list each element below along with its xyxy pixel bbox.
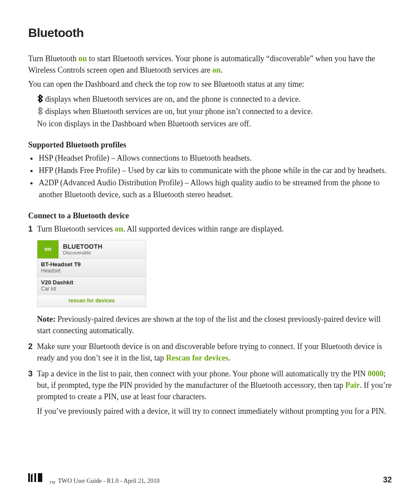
connect-steps: 1 Turn Bluetooth services on. All suppor… <box>28 223 392 419</box>
bluetooth-connected-icon <box>37 94 43 106</box>
device-row[interactable]: BT-Headset T9 Headset <box>37 259 146 277</box>
device-row[interactable]: V20 Dashkit Car kit <box>37 277 146 295</box>
step-2: 2 Make sure your Bluetooth device is on … <box>28 341 392 366</box>
kin-logo-icon <box>28 472 46 486</box>
pair-keyword: Pair <box>345 381 360 390</box>
note-label: Note: <box>37 315 55 324</box>
rescan-button[interactable]: rescan for devices <box>37 295 146 307</box>
connect-heading: Connect to a Bluetooth device <box>28 210 392 221</box>
on-keyword: on <box>115 224 123 233</box>
panel-subtitle: Discoverable <box>63 250 103 256</box>
text: Turn Bluetooth <box>28 54 78 63</box>
intro-para-1: Turn Bluetooth on to start Bluetooth ser… <box>28 53 392 76</box>
step-number: 3 <box>28 368 37 419</box>
profile-item: HFP (Hands Free Profile) – Used by car k… <box>38 165 392 176</box>
step-3: 3 Tap a device in the list to pair, then… <box>28 368 392 419</box>
footer-text: TWO User Guide - R1.0 - April 21, 2010 <box>58 477 160 486</box>
rescan-keyword: Rescan for devices <box>166 353 228 362</box>
status-line-connected: displays when Bluetooth services are on,… <box>37 93 392 106</box>
profiles-list: HSP (Headset Profile) – Allows connectio… <box>38 152 392 200</box>
bluetooth-on-icon <box>37 107 43 118</box>
status-line-off: No icon displays in the Dashboard when B… <box>37 118 392 129</box>
text: Tap a device in the list to pair, then c… <box>37 369 368 378</box>
text: displays when Bluetooth services are on,… <box>45 107 313 116</box>
text: . <box>221 66 223 74</box>
bluetooth-toggle-on[interactable]: on <box>37 240 59 258</box>
on-keyword: on <box>212 66 221 74</box>
intro-para-2: You can open the Dashboard and check the… <box>28 78 392 90</box>
device-name: BT-Headset T9 <box>41 261 142 268</box>
step-2-text: Make sure your Bluetooth device is on an… <box>37 341 392 364</box>
page-footer: TM TWO User Guide - R1.0 - April 21, 201… <box>28 472 392 486</box>
profiles-heading: Supported Bluetooth profiles <box>28 139 392 151</box>
svg-rect-4 <box>38 473 40 482</box>
svg-marker-2 <box>31 473 33 477</box>
tm-mark: TM <box>49 480 55 486</box>
text: . All supported devices within range are… <box>123 224 284 233</box>
svg-rect-1 <box>31 477 33 482</box>
page-title: Bluetooth <box>28 24 392 42</box>
step-3-text: Tap a device in the list to pair, then c… <box>37 368 392 402</box>
device-name: V20 Dashkit <box>41 279 142 286</box>
svg-rect-0 <box>28 473 30 482</box>
text: Turn Bluetooth services <box>37 224 115 233</box>
step-1-note: Note: Previously-paired devices are show… <box>37 313 392 336</box>
panel-title-block: BLUETOOTH Discoverable <box>59 240 107 258</box>
pin-keyword: 0000 <box>368 369 383 378</box>
text: Previously-paired devices are shown at t… <box>37 315 381 335</box>
profile-item: A2DP (Advanced Audio Distribution Profil… <box>38 177 392 200</box>
status-line-on-not-connected: displays when Bluetooth services are on,… <box>37 106 392 118</box>
step-1: 1 Turn Bluetooth services on. All suppor… <box>28 223 392 339</box>
svg-marker-6 <box>40 473 41 482</box>
step-1-text: Turn Bluetooth services on. All supporte… <box>37 223 392 235</box>
status-icon-legend: displays when Bluetooth services are on,… <box>37 93 392 129</box>
step-number: 1 <box>28 223 37 339</box>
step-number: 2 <box>28 341 37 366</box>
text: displays when Bluetooth services are on,… <box>45 95 301 103</box>
svg-rect-3 <box>34 473 36 482</box>
page-number: 32 <box>383 474 392 486</box>
profile-item: HSP (Headset Profile) – Allows connectio… <box>38 152 392 164</box>
bluetooth-device-panel: on BLUETOOTH Discoverable BT-Headset T9 … <box>37 240 146 307</box>
device-type: Headset <box>41 268 142 274</box>
on-keyword: on <box>78 54 87 63</box>
step-3-text-2: If you’ve previously paired with a devic… <box>37 405 392 417</box>
panel-header: on BLUETOOTH Discoverable <box>37 240 146 259</box>
device-type: Car kit <box>41 286 142 292</box>
panel-title: BLUETOOTH <box>63 243 103 250</box>
text: . <box>228 353 231 362</box>
